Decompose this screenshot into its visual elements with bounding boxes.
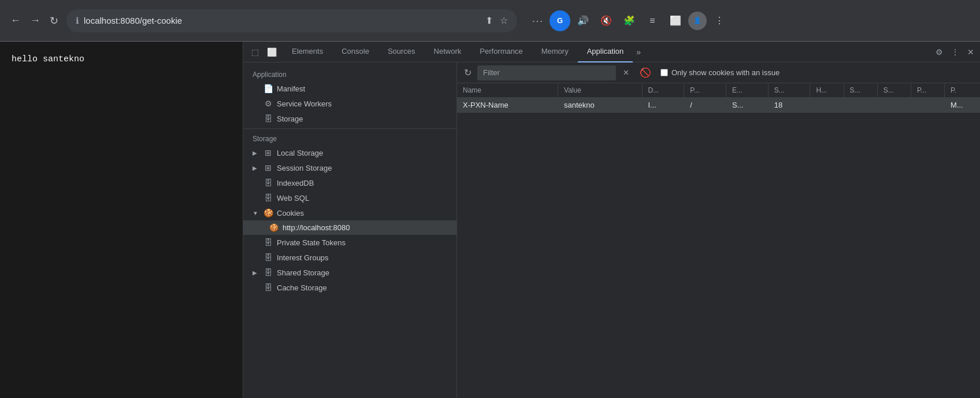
table-cell: I...: [642, 98, 684, 113]
bookmark-icon[interactable]: ☆: [500, 15, 508, 26]
shared-storage-label: Shared Storage: [277, 268, 329, 277]
table-header-row: Name Value D... P... E... S... H... S...…: [457, 83, 980, 98]
url-text: localhost:8080/get-cookie: [84, 16, 481, 25]
sidebar-item-private-state-tokens[interactable]: 🗄 Private State Tokens: [243, 235, 456, 250]
sidebar-item-local-storage[interactable]: ▶ ⊞ Local Storage: [243, 145, 456, 160]
grammarly-btn[interactable]: G: [550, 10, 570, 31]
col-secure[interactable]: S...: [844, 83, 877, 98]
address-bar[interactable]: ℹ localhost:8080/get-cookie ⬆ ☆: [66, 9, 517, 32]
only-issues-checkbox[interactable]: [660, 69, 668, 76]
sidebar-item-localhost[interactable]: 🍪 http://localhost:8080: [243, 220, 456, 235]
cookies-icon: 🍪: [263, 208, 273, 218]
cache-storage-label: Cache Storage: [277, 283, 327, 292]
tab-memory[interactable]: Memory: [532, 42, 578, 62]
col-expires[interactable]: E...: [726, 83, 768, 98]
sidebar-item-interest-groups[interactable]: 🗄 Interest Groups: [243, 250, 456, 265]
table-cell: [911, 98, 944, 113]
volume-btn[interactable]: 🔊: [573, 10, 593, 31]
col-httponly[interactable]: H...: [810, 83, 844, 98]
col-value[interactable]: Value: [558, 83, 642, 98]
sidebar-item-service-workers[interactable]: ⚙ Service Workers: [243, 96, 456, 111]
layout-btn[interactable]: ⬜: [665, 10, 686, 31]
col-path[interactable]: P...: [684, 83, 726, 98]
extensions-dot-btn[interactable]: ⋯: [526, 10, 547, 31]
cookies-data-table: Name Value D... P... E... S... H... S...…: [457, 83, 980, 113]
localhost-label: http://localhost:8080: [283, 223, 350, 232]
browser-chrome: ← → ↻ ℹ localhost:8080/get-cookie ⬆ ☆ ⋯ …: [0, 0, 980, 42]
select-element-btn[interactable]: ⬚: [248, 45, 262, 59]
tab-performance[interactable]: Performance: [470, 42, 532, 62]
devtools-tab-end: ⚙ ⋮ ✕: [932, 45, 978, 59]
tab-network[interactable]: Network: [425, 42, 471, 62]
devtools-body: Application 📄 Manifest ⚙ Service Workers…: [243, 62, 980, 398]
devtools-close-btn[interactable]: ✕: [964, 45, 978, 59]
device-toolbar-btn[interactable]: ⬜: [263, 45, 280, 59]
forward-button[interactable]: →: [27, 11, 44, 30]
cookies-chevron: ▼: [253, 210, 259, 216]
shared-storage-chevron: ▶: [253, 270, 259, 276]
interest-groups-label: Interest Groups: [277, 253, 329, 262]
sidebar-item-shared-storage[interactable]: ▶ 🗄 Shared Storage: [243, 265, 456, 280]
tab-console[interactable]: Console: [332, 42, 378, 62]
storage-icon: 🗄: [263, 114, 273, 123]
table-cell: M...: [945, 98, 980, 113]
private-state-tokens-label: Private State Tokens: [277, 238, 346, 247]
sidebar-item-cache-storage[interactable]: 🗄 Cache Storage: [243, 280, 456, 295]
local-storage-label: Local Storage: [277, 149, 323, 157]
share-icon[interactable]: ⬆: [485, 15, 493, 26]
table-cell: [844, 98, 877, 113]
sidebar-item-web-sql[interactable]: 🗄 Web SQL: [243, 190, 456, 205]
table-cell: X-PXN-Name: [457, 98, 558, 113]
indexeddb-label: IndexedDB: [277, 179, 314, 187]
page-text: hello santekno: [12, 54, 84, 64]
service-workers-icon: ⚙: [263, 99, 273, 108]
only-issues-label[interactable]: Only show cookies with an issue: [660, 68, 779, 77]
sidebar-item-storage[interactable]: 🗄 Storage: [243, 111, 456, 126]
table-cell: /: [684, 98, 726, 113]
cache-storage-icon: 🗄: [263, 283, 273, 292]
cookies-refresh-btn[interactable]: ↻: [462, 65, 474, 80]
private-state-tokens-icon: 🗄: [263, 238, 273, 247]
shared-storage-icon: 🗄: [263, 268, 273, 277]
delete-all-btn[interactable]: 🚫: [636, 65, 655, 80]
info-icon: ℹ: [76, 16, 79, 26]
indexeddb-icon: 🗄: [263, 178, 273, 187]
filter-clear-btn[interactable]: ✕: [619, 66, 633, 79]
table-row[interactable]: X-PXN-NamesanteknoI.../S...18M...: [457, 98, 980, 113]
local-storage-icon: ⊞: [263, 148, 273, 157]
address-icons: ⬆ ☆: [485, 15, 508, 26]
cookies-filter-input[interactable]: [477, 65, 616, 80]
browser-actions: ⋯ G 🔊 🔇 🧩 ≡ ⬜ 👤 ⋮: [526, 10, 730, 31]
sidebar-item-cookies[interactable]: ▼ 🍪 Cookies: [243, 205, 456, 220]
sidebar-item-manifest[interactable]: 📄 Manifest: [243, 81, 456, 96]
tabs-overflow-btn[interactable]: »: [633, 47, 644, 57]
tab-sources[interactable]: Sources: [378, 42, 425, 62]
col-priority[interactable]: P...: [911, 83, 944, 98]
devtools-settings-btn[interactable]: ⚙: [932, 45, 946, 59]
mute-btn[interactable]: 🔇: [596, 10, 617, 31]
web-sql-icon: 🗄: [263, 193, 273, 202]
browser-more-btn[interactable]: ⋮: [709, 10, 730, 31]
sidebar-item-session-storage[interactable]: ▶ ⊞ Session Storage: [243, 160, 456, 175]
cookies-toolbar: ↻ ✕ 🚫 Only show cookies with an issue: [457, 62, 980, 83]
local-storage-chevron: ▶: [253, 150, 259, 156]
col-samesite[interactable]: S...: [877, 83, 911, 98]
nav-buttons: ← → ↻: [7, 11, 62, 31]
col-size[interactable]: S...: [768, 83, 810, 98]
devtools-more-btn[interactable]: ⋮: [948, 45, 963, 59]
extensions-btn[interactable]: 🧩: [619, 10, 640, 31]
sidebar-divider-1: [243, 128, 456, 129]
tab-elements[interactable]: Elements: [283, 42, 332, 62]
profile-avatar[interactable]: 👤: [688, 12, 707, 30]
queue-btn[interactable]: ≡: [642, 10, 663, 31]
col-name[interactable]: Name: [457, 83, 558, 98]
cookie-table: Name Value D... P... E... S... H... S...…: [457, 83, 980, 398]
reload-button[interactable]: ↻: [46, 11, 62, 31]
back-button[interactable]: ←: [7, 11, 24, 30]
tab-application[interactable]: Application: [578, 42, 633, 62]
sidebar-item-indexeddb[interactable]: 🗄 IndexedDB: [243, 175, 456, 190]
col-domain[interactable]: D...: [642, 83, 684, 98]
devtools-sidebar: Application 📄 Manifest ⚙ Service Workers…: [243, 62, 457, 398]
col-partition[interactable]: P.: [945, 83, 980, 98]
localhost-cookie-icon: 🍪: [269, 223, 279, 232]
